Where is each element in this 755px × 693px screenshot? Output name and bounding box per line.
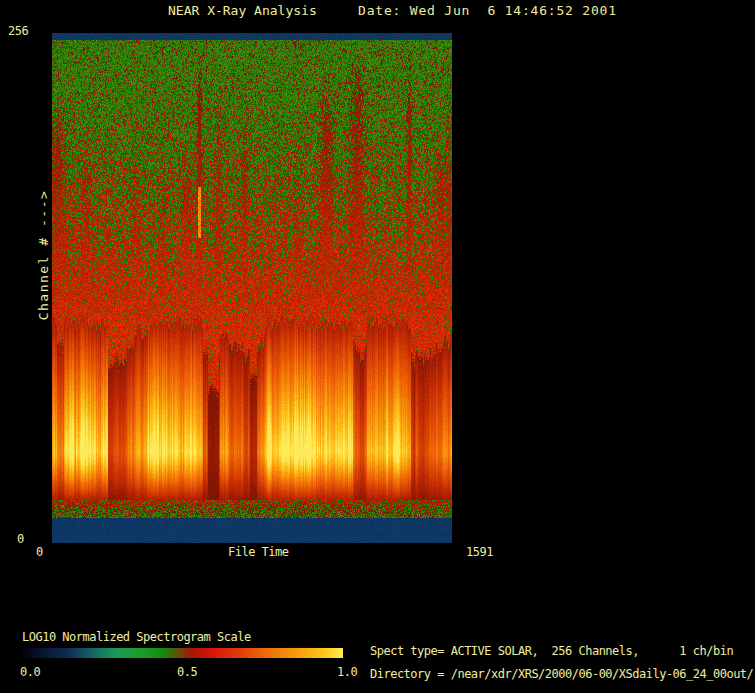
x-axis-label: File Time: [228, 545, 289, 559]
date-label: Date: Wed Jun 6 14:46:52 2001: [358, 4, 617, 18]
y-axis-label: Channel # --->: [37, 190, 51, 321]
colorbar-title: LOG10 Normalized Spectrogram Scale: [22, 630, 251, 644]
x-axis-tick-right: 1591: [466, 545, 493, 559]
spectrogram-image: [52, 33, 452, 543]
colorbar-gradient: [22, 648, 343, 658]
spect-type-line: Spect type= ACTIVE SOLAR, 256 Channels, …: [370, 644, 733, 658]
colorbar-tick-05: 0.5: [177, 665, 197, 679]
colorbar-tick-0: 0.0: [20, 665, 40, 679]
y-axis-tick-bottom: 0: [17, 532, 24, 546]
y-axis-tick-top: 256: [8, 24, 28, 38]
colorbar-tick-1: 1.0: [337, 665, 357, 679]
page-title: NEAR X-Ray Analysis: [168, 4, 317, 18]
directory-line: Directory = /near/xdr/XRS/2000/06-00/XSd…: [370, 667, 753, 681]
x-axis-tick-left: 0: [36, 545, 43, 559]
